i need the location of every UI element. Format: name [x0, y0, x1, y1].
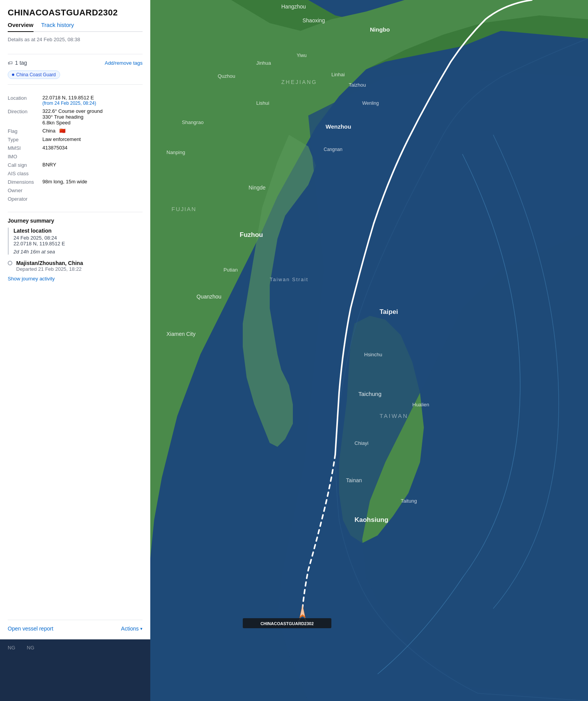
divider-3: [8, 212, 143, 212]
tag-icon: 🏷: [8, 60, 13, 66]
latest-location-date: 24 Feb 2025, 08:24: [13, 235, 143, 241]
info-grid: Location 22.0718 N, 119.8512 E (from 24 …: [8, 95, 143, 202]
svg-text:Chiayi: Chiayi: [354, 440, 368, 446]
svg-text:Shangrao: Shangrao: [182, 119, 203, 125]
departure-dot-icon: [8, 261, 12, 265]
tabs-container: Overview Track history: [8, 22, 143, 32]
departure-info: Majistan/Zhoushan, China Departed 21 Feb…: [16, 260, 83, 272]
owner-label: Owner: [8, 187, 42, 193]
imo-label: IMO: [8, 153, 42, 159]
flag-value: China 🇨🇳: [42, 128, 143, 134]
mmsi-label: MMSI: [8, 145, 42, 151]
sidebar-panel: CHINACOASTGUARD2302 Overview Track histo…: [0, 0, 150, 639]
svg-text:Xiamen City: Xiamen City: [166, 331, 195, 337]
location-time: (from 24 Feb 2025, 08:24): [42, 101, 143, 106]
chevron-down-icon: ▾: [140, 626, 143, 631]
mmsi-value: 413875034: [42, 145, 143, 151]
course-value: 322.6° Course over ground: [42, 108, 143, 114]
divider-1: [8, 54, 143, 54]
actions-button[interactable]: Actions ▾: [121, 626, 143, 632]
location-coords[interactable]: 22.0718 N, 119.8512 E: [42, 95, 94, 101]
tab-track-history[interactable]: Track history: [41, 22, 74, 32]
svg-text:Nanping: Nanping: [166, 149, 185, 155]
ais-class-label: AIS class: [8, 170, 42, 176]
divider-2: [8, 84, 143, 85]
journey-latest-location: Latest location 24 Feb 2025, 08:24 22.07…: [8, 228, 143, 255]
tag-badge-dot: [12, 74, 14, 76]
journey-summary-title: Journey summary: [8, 218, 143, 224]
direction-value: 322.6° Course over ground 330° True head…: [42, 108, 143, 126]
callsign-value: BNRY: [42, 162, 143, 168]
svg-text:Quzhou: Quzhou: [218, 73, 235, 79]
flag-emoji: 🇨🇳: [59, 128, 66, 134]
svg-text:Taizhou: Taizhou: [349, 82, 366, 88]
svg-text:Taipei: Taipei: [380, 308, 398, 315]
map-bottom-text-1: NG: [8, 645, 15, 651]
svg-text:TAIWAN: TAIWAN: [380, 413, 408, 419]
svg-text:Tainan: Tainan: [346, 477, 362, 483]
svg-text:Putian: Putian: [223, 267, 238, 273]
speed-value: 6.8kn Speed: [42, 120, 143, 126]
tags-label: 🏷 1 tag: [8, 60, 27, 66]
tag-badge-container: China Coast Guard: [8, 69, 143, 79]
svg-text:Quanzhou: Quanzhou: [197, 293, 222, 300]
type-label: Type: [8, 136, 42, 143]
svg-text:Taichung: Taichung: [358, 391, 381, 397]
tags-row: 🏷 1 tag Add/remove tags: [8, 60, 143, 66]
svg-text:Lishui: Lishui: [256, 100, 269, 106]
tab-overview[interactable]: Overview: [8, 22, 34, 32]
dimensions-label: Dimensions: [8, 179, 42, 185]
svg-text:Yiwu: Yiwu: [297, 53, 307, 58]
departure-row: Majistan/Zhoushan, China Departed 21 Feb…: [8, 260, 143, 272]
show-journey-link[interactable]: Show journey activity: [8, 276, 143, 282]
vessel-title: CHINACOASTGUARD2302: [8, 8, 143, 18]
departure-port: Majistan/Zhoushan, China: [16, 260, 83, 266]
tag-badge-label: China Coast Guard: [16, 72, 56, 77]
details-timestamp: Details as at 24 Feb 2025, 08:38: [8, 37, 143, 42]
location-value: 22.0718 N, 119.8512 E (from 24 Feb 2025,…: [42, 95, 143, 106]
svg-text:Linhai: Linhai: [331, 72, 345, 77]
svg-text:Shaoxing: Shaoxing: [302, 17, 325, 23]
svg-text:Taiwan Strait: Taiwan Strait: [270, 277, 308, 282]
dimensions-value: 98m long, 15m wide: [42, 179, 143, 185]
operator-label: Operator: [8, 196, 42, 202]
svg-text:Hangzhou: Hangzhou: [281, 3, 306, 10]
callsign-label: Call sign: [8, 162, 42, 168]
svg-text:Taitung: Taitung: [401, 498, 417, 504]
open-vessel-report-link[interactable]: Open vessel report: [8, 626, 53, 632]
svg-text:FUJIAN: FUJIAN: [171, 206, 197, 212]
latest-location-coords: 22.0718 N, 119.8512 E: [13, 241, 143, 247]
heading-value: 330° True heading: [42, 114, 143, 120]
latest-location-sea-time: 2d 14h 16m at sea: [13, 249, 143, 255]
map-bottom-text-2: NG: [27, 645, 35, 651]
latest-location-title: Latest location: [13, 228, 143, 234]
svg-text:Hualien: Hualien: [412, 402, 429, 408]
svg-text:Kaohsiung: Kaohsiung: [354, 516, 388, 523]
svg-text:Ningbo: Ningbo: [370, 26, 390, 33]
location-label: Location: [8, 95, 42, 106]
operator-value: [42, 196, 143, 202]
svg-text:Hsinchu: Hsinchu: [364, 352, 382, 357]
svg-text:Wenzhou: Wenzhou: [326, 123, 351, 130]
flag-label: Flag: [8, 128, 42, 134]
departure-time: Departed 21 Feb 2025, 18:22: [16, 266, 83, 272]
ais-class-value: [42, 170, 143, 176]
type-value: Law enforcement: [42, 136, 143, 143]
svg-text:Fuzhou: Fuzhou: [240, 231, 263, 238]
add-remove-tags-link[interactable]: Add/remove tags: [105, 60, 143, 66]
imo-value: [42, 153, 143, 159]
svg-text:Jinhua: Jinhua: [256, 60, 271, 66]
tag-badge-china-coast-guard[interactable]: China Coast Guard: [8, 70, 60, 79]
svg-text:ZHEJIANG: ZHEJIANG: [281, 79, 317, 85]
svg-text:Wenling: Wenling: [362, 101, 379, 106]
direction-label: Direction: [8, 108, 42, 126]
svg-text:CHINACOASTGUARD2302: CHINACOASTGUARD2302: [260, 621, 314, 626]
map-bottom-overlay: NG NG: [0, 639, 150, 701]
svg-text:Cangnan: Cangnan: [324, 147, 343, 152]
svg-text:Ningde: Ningde: [249, 184, 266, 191]
owner-value: [42, 187, 143, 193]
bottom-actions: Open vessel report Actions ▾: [8, 620, 143, 632]
